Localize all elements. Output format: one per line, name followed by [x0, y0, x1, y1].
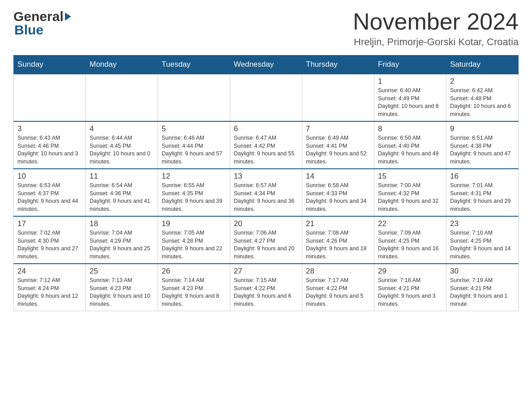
day-info: Sunrise: 6:42 AM Sunset: 4:48 PM Dayligh… — [450, 87, 515, 118]
logo-general-text: General — [13, 9, 64, 24]
calendar-cell: 22Sunrise: 7:09 AM Sunset: 4:25 PM Dayli… — [374, 216, 446, 264]
day-number: 1 — [378, 77, 442, 86]
calendar-cell: 18Sunrise: 7:04 AM Sunset: 4:29 PM Dayli… — [86, 216, 158, 264]
calendar-header-row: SundayMondayTuesdayWednesdayThursdayFrid… — [14, 56, 519, 74]
day-number: 3 — [17, 124, 82, 133]
calendar-cell — [86, 74, 158, 121]
calendar-day-header: Friday — [374, 56, 446, 74]
day-number: 15 — [378, 172, 442, 181]
day-info: Sunrise: 7:15 AM Sunset: 4:22 PM Dayligh… — [234, 277, 298, 308]
page-header: General Blue November 2024 Hreljin, Prim… — [13, 9, 519, 48]
day-number: 13 — [234, 172, 298, 181]
month-title: November 2024 — [353, 9, 519, 34]
calendar-cell: 19Sunrise: 7:05 AM Sunset: 4:28 PM Dayli… — [158, 216, 230, 264]
day-info: Sunrise: 6:44 AM Sunset: 4:45 PM Dayligh… — [90, 134, 154, 166]
day-number: 30 — [450, 267, 515, 276]
calendar-day-header: Thursday — [302, 56, 374, 74]
day-number: 23 — [450, 219, 515, 228]
calendar-cell: 1Sunrise: 6:40 AM Sunset: 4:49 PM Daylig… — [374, 74, 446, 121]
day-info: Sunrise: 7:10 AM Sunset: 4:25 PM Dayligh… — [450, 229, 515, 261]
calendar-cell — [158, 74, 230, 121]
day-number: 24 — [17, 267, 82, 276]
calendar-cell: 27Sunrise: 7:15 AM Sunset: 4:22 PM Dayli… — [230, 264, 302, 311]
title-block: November 2024 Hreljin, Primorje-Gorski K… — [353, 9, 519, 48]
day-info: Sunrise: 6:58 AM Sunset: 4:33 PM Dayligh… — [306, 182, 370, 213]
day-number: 9 — [450, 124, 515, 133]
day-info: Sunrise: 6:40 AM Sunset: 4:49 PM Dayligh… — [378, 87, 442, 118]
day-number: 10 — [17, 172, 82, 181]
day-number: 28 — [306, 267, 370, 276]
calendar-cell: 28Sunrise: 7:17 AM Sunset: 4:22 PM Dayli… — [302, 264, 374, 311]
day-number: 5 — [162, 124, 226, 133]
day-info: Sunrise: 6:43 AM Sunset: 4:46 PM Dayligh… — [17, 134, 82, 166]
day-info: Sunrise: 7:19 AM Sunset: 4:21 PM Dayligh… — [450, 277, 515, 308]
calendar-day-header: Monday — [86, 56, 158, 74]
day-number: 11 — [90, 172, 154, 181]
day-number: 14 — [306, 172, 370, 181]
day-number: 29 — [378, 267, 442, 276]
day-info: Sunrise: 6:55 AM Sunset: 4:35 PM Dayligh… — [162, 182, 226, 213]
calendar-cell: 10Sunrise: 6:53 AM Sunset: 4:37 PM Dayli… — [14, 169, 86, 216]
day-info: Sunrise: 7:14 AM Sunset: 4:23 PM Dayligh… — [162, 277, 226, 308]
day-number: 22 — [378, 219, 442, 228]
day-number: 26 — [162, 267, 226, 276]
calendar-cell — [230, 74, 302, 121]
day-number: 19 — [162, 219, 226, 228]
day-info: Sunrise: 6:46 AM Sunset: 4:44 PM Dayligh… — [162, 134, 226, 166]
calendar-cell: 14Sunrise: 6:58 AM Sunset: 4:33 PM Dayli… — [302, 169, 374, 216]
day-info: Sunrise: 7:04 AM Sunset: 4:29 PM Dayligh… — [90, 229, 154, 261]
day-number: 4 — [90, 124, 154, 133]
day-info: Sunrise: 6:54 AM Sunset: 4:36 PM Dayligh… — [90, 182, 154, 213]
logo-arrow-icon — [65, 13, 71, 21]
calendar-cell: 3Sunrise: 6:43 AM Sunset: 4:46 PM Daylig… — [14, 121, 86, 169]
day-info: Sunrise: 7:18 AM Sunset: 4:21 PM Dayligh… — [378, 277, 442, 308]
calendar-day-header: Saturday — [446, 56, 519, 74]
calendar-week-row: 17Sunrise: 7:02 AM Sunset: 4:30 PM Dayli… — [14, 216, 519, 264]
day-info: Sunrise: 6:50 AM Sunset: 4:40 PM Dayligh… — [378, 134, 442, 166]
calendar-day-header: Tuesday — [158, 56, 230, 74]
calendar-cell: 5Sunrise: 6:46 AM Sunset: 4:44 PM Daylig… — [158, 121, 230, 169]
day-number: 18 — [90, 219, 154, 228]
day-info: Sunrise: 7:00 AM Sunset: 4:32 PM Dayligh… — [378, 182, 442, 213]
calendar-week-row: 24Sunrise: 7:12 AM Sunset: 4:24 PM Dayli… — [14, 264, 519, 311]
day-info: Sunrise: 7:13 AM Sunset: 4:23 PM Dayligh… — [90, 277, 154, 308]
day-info: Sunrise: 7:17 AM Sunset: 4:22 PM Dayligh… — [306, 277, 370, 308]
calendar-cell: 11Sunrise: 6:54 AM Sunset: 4:36 PM Dayli… — [86, 169, 158, 216]
calendar-cell: 12Sunrise: 6:55 AM Sunset: 4:35 PM Dayli… — [158, 169, 230, 216]
calendar-cell: 8Sunrise: 6:50 AM Sunset: 4:40 PM Daylig… — [374, 121, 446, 169]
day-number: 2 — [450, 77, 515, 86]
calendar-cell: 9Sunrise: 6:51 AM Sunset: 4:38 PM Daylig… — [446, 121, 519, 169]
location-title: Hreljin, Primorje-Gorski Kotar, Croatia — [353, 36, 519, 48]
calendar-cell: 24Sunrise: 7:12 AM Sunset: 4:24 PM Dayli… — [14, 264, 86, 311]
calendar-cell: 13Sunrise: 6:57 AM Sunset: 4:34 PM Dayli… — [230, 169, 302, 216]
calendar-cell: 25Sunrise: 7:13 AM Sunset: 4:23 PM Dayli… — [86, 264, 158, 311]
day-number: 21 — [306, 219, 370, 228]
day-number: 6 — [234, 124, 298, 133]
day-number: 16 — [450, 172, 515, 181]
calendar-cell: 16Sunrise: 7:01 AM Sunset: 4:31 PM Dayli… — [446, 169, 519, 216]
day-info: Sunrise: 7:12 AM Sunset: 4:24 PM Dayligh… — [17, 277, 82, 308]
calendar-cell: 29Sunrise: 7:18 AM Sunset: 4:21 PM Dayli… — [374, 264, 446, 311]
calendar-week-row: 10Sunrise: 6:53 AM Sunset: 4:37 PM Dayli… — [14, 169, 519, 216]
day-number: 7 — [306, 124, 370, 133]
logo-blue-text: Blue — [13, 22, 71, 38]
calendar-week-row: 1Sunrise: 6:40 AM Sunset: 4:49 PM Daylig… — [14, 74, 519, 121]
day-info: Sunrise: 7:09 AM Sunset: 4:25 PM Dayligh… — [378, 229, 442, 261]
calendar-cell — [302, 74, 374, 121]
calendar-cell: 20Sunrise: 7:06 AM Sunset: 4:27 PM Dayli… — [230, 216, 302, 264]
calendar-cell: 4Sunrise: 6:44 AM Sunset: 4:45 PM Daylig… — [86, 121, 158, 169]
day-info: Sunrise: 7:08 AM Sunset: 4:26 PM Dayligh… — [306, 229, 370, 261]
day-info: Sunrise: 6:49 AM Sunset: 4:41 PM Dayligh… — [306, 134, 370, 166]
calendar-cell — [14, 74, 86, 121]
logo: General Blue — [13, 9, 71, 38]
day-number: 25 — [90, 267, 154, 276]
day-info: Sunrise: 7:02 AM Sunset: 4:30 PM Dayligh… — [17, 229, 82, 261]
day-number: 8 — [378, 124, 442, 133]
calendar-cell: 2Sunrise: 6:42 AM Sunset: 4:48 PM Daylig… — [446, 74, 519, 121]
day-info: Sunrise: 6:47 AM Sunset: 4:42 PM Dayligh… — [234, 134, 298, 166]
calendar-cell: 21Sunrise: 7:08 AM Sunset: 4:26 PM Dayli… — [302, 216, 374, 264]
calendar-cell: 17Sunrise: 7:02 AM Sunset: 4:30 PM Dayli… — [14, 216, 86, 264]
calendar-day-header: Sunday — [14, 56, 86, 74]
calendar-cell: 26Sunrise: 7:14 AM Sunset: 4:23 PM Dayli… — [158, 264, 230, 311]
day-info: Sunrise: 6:53 AM Sunset: 4:37 PM Dayligh… — [17, 182, 82, 213]
